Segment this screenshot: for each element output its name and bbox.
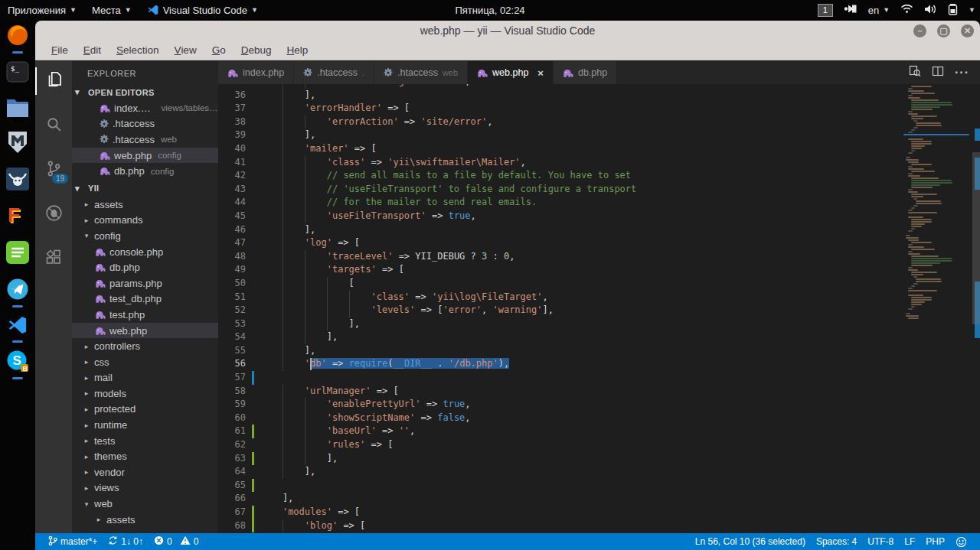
code-line-50[interactable]: 50 [ bbox=[218, 277, 980, 291]
code-line-67[interactable]: 67 'modules' => [ bbox=[218, 506, 980, 519]
tree-item-themes[interactable]: ▸themes bbox=[72, 448, 218, 464]
code-line-58[interactable]: 58 'urlManager' => [ bbox=[218, 385, 980, 399]
code-line-60[interactable]: 60 'showScriptName' => false, bbox=[218, 412, 980, 425]
code-line-47[interactable]: 47 'log' => [ bbox=[218, 236, 980, 250]
close-tab-icon[interactable]: × bbox=[537, 67, 544, 79]
code-line-59[interactable]: 59 'enablePrettyUrl' => true, bbox=[218, 398, 980, 412]
code-line-40[interactable]: 40 'mailer' => [ bbox=[218, 142, 980, 156]
feedback-smiley-icon[interactable] bbox=[950, 536, 972, 548]
code-line-63[interactable]: 63 ], bbox=[218, 452, 980, 466]
menu-help[interactable]: Help bbox=[279, 42, 315, 58]
tree-item-config[interactable]: ▾config bbox=[72, 228, 218, 244]
tab-web.php[interactable]: web.php× bbox=[468, 61, 554, 84]
dock-item-file-manager[interactable] bbox=[4, 97, 31, 124]
activity-source-control[interactable]: 19 bbox=[35, 156, 72, 184]
cursor-position[interactable]: Ln 56, Col 10 (36 selected) bbox=[690, 536, 811, 547]
maximize-button[interactable]: ▢ bbox=[937, 24, 950, 37]
places-menu[interactable]: Места▼ bbox=[84, 0, 139, 20]
code-line-57[interactable]: 57 bbox=[218, 371, 980, 385]
clock[interactable]: Пятница, 02:24 bbox=[455, 5, 524, 16]
encoding-setting[interactable]: UTF-8 bbox=[862, 536, 899, 547]
tree-item-assets[interactable]: ▸assets bbox=[72, 512, 218, 528]
tree-item-models[interactable]: ▸models bbox=[72, 386, 218, 402]
more-actions-icon[interactable]: ··· bbox=[955, 66, 969, 80]
code-line-64[interactable]: 64 ], bbox=[218, 465, 980, 479]
dock-item-metasploit[interactable] bbox=[4, 131, 31, 161]
tree-item-controllers[interactable]: ▸controllers bbox=[72, 338, 218, 354]
dock-item-flameshot[interactable]: FF bbox=[4, 204, 31, 234]
tree-item-mail[interactable]: ▸mail bbox=[72, 370, 218, 386]
activity-explorer[interactable] bbox=[35, 67, 72, 95]
code-line-68[interactable]: 68 'blog' => [ bbox=[218, 519, 980, 533]
system-menu-chevron-icon[interactable]: ▼ bbox=[969, 6, 975, 14]
keyboard-layout[interactable]: en▼ bbox=[868, 0, 890, 20]
tree-item-vendor[interactable]: ▸vendor bbox=[72, 464, 218, 480]
code-line-62[interactable]: 62 'rules' => [ bbox=[218, 438, 980, 452]
code-line-42[interactable]: 42 // send all mails to a file by defaul… bbox=[218, 169, 980, 183]
code-line-66[interactable]: 66 ], bbox=[218, 492, 980, 506]
code-line-39[interactable]: 39 ], bbox=[218, 129, 980, 142]
code-line-51[interactable]: 51 'class' => 'yii\log\FileTarget', bbox=[218, 291, 980, 304]
tree-item-params.php[interactable]: params.php bbox=[72, 275, 218, 291]
open-changes-icon[interactable] bbox=[909, 65, 921, 80]
code-line-65[interactable]: 65 bbox=[218, 479, 980, 493]
code-line-44[interactable]: 44 // for the mailer to send real emails… bbox=[218, 196, 980, 210]
code-line-55[interactable]: 55 ], bbox=[218, 344, 980, 358]
tab-.htaccess-web[interactable]: .htaccessweb bbox=[374, 61, 468, 84]
tree-item-test_db.php[interactable]: test_db.php bbox=[72, 291, 218, 308]
language-mode[interactable]: PHP bbox=[920, 536, 950, 547]
tree-item-runtime[interactable]: ▸runtime bbox=[72, 417, 218, 433]
battery-icon[interactable] bbox=[948, 3, 958, 18]
dock-item-firefox[interactable] bbox=[4, 24, 31, 54]
tree-item-web.php[interactable]: web.php bbox=[72, 323, 218, 339]
code-line-56[interactable]: 56 'db' => require(__DIR__ . '/db.php'), bbox=[218, 357, 980, 371]
close-button[interactable]: ✕ bbox=[961, 24, 974, 37]
dock-item-vscode[interactable] bbox=[4, 314, 31, 343]
tree-item-protected[interactable]: ▸protected bbox=[72, 402, 218, 418]
wifi-icon[interactable] bbox=[900, 4, 913, 16]
tree-item-css[interactable]: ▸css bbox=[72, 354, 218, 370]
tree-item-commands[interactable]: ▸commands bbox=[72, 213, 218, 229]
split-editor-icon[interactable] bbox=[932, 65, 944, 80]
tree-item-tests[interactable]: ▸tests bbox=[72, 433, 218, 449]
applications-menu[interactable]: Приложения▼ bbox=[0, 0, 84, 20]
tab-.htaccess-.[interactable]: .htaccess. bbox=[294, 61, 374, 84]
open-editor-index.php[interactable]: index.phpviews/tables-tbl bbox=[72, 100, 218, 116]
indentation-setting[interactable]: Spaces: 4 bbox=[811, 536, 862, 547]
open-editors-header[interactable]: ▾ OPEN EDITORS bbox=[72, 84, 218, 100]
code-line-53[interactable]: 53 ], bbox=[218, 317, 980, 331]
eol-setting[interactable]: LF bbox=[899, 536, 920, 547]
tree-item-assets[interactable]: ▸assets bbox=[72, 197, 218, 213]
minimize-button[interactable]: – bbox=[913, 24, 926, 37]
open-editor-web.php[interactable]: web.phpconfig bbox=[72, 148, 218, 164]
problems-status[interactable]: 0 0 bbox=[149, 533, 204, 550]
menu-view[interactable]: View bbox=[168, 42, 204, 58]
dock-item-skype[interactable]: SB bbox=[4, 350, 31, 379]
code-line-43[interactable]: 43 // 'useFileTransport' to false and co… bbox=[218, 183, 980, 197]
dock-item-cherrytree[interactable] bbox=[4, 241, 31, 271]
editor-scrollbar[interactable] bbox=[972, 152, 980, 324]
activity-search[interactable] bbox=[35, 112, 72, 139]
code-line-52[interactable]: 52 'levels' => ['error', 'warning'], bbox=[218, 304, 980, 317]
window-titlebar[interactable]: web.php — yii — Visual Studio Code – ▢ ✕ bbox=[35, 21, 980, 41]
git-branch-status[interactable]: master*+ bbox=[43, 533, 103, 550]
open-editor-.htaccess[interactable]: .htaccess bbox=[72, 116, 218, 132]
dock-item-terminal[interactable]: $_ bbox=[4, 60, 31, 90]
open-editor-.htaccess[interactable]: .htaccessweb bbox=[72, 132, 218, 148]
screen-recorder-icon[interactable] bbox=[844, 4, 858, 16]
workspace-indicator[interactable]: 1 bbox=[818, 4, 833, 17]
activity-debug[interactable] bbox=[35, 200, 72, 228]
tree-item-web[interactable]: ▾web bbox=[72, 496, 218, 512]
code-line-61[interactable]: 61 'baseUrl' => '', bbox=[218, 425, 980, 438]
tab-db.php[interactable]: db.php bbox=[554, 61, 617, 84]
tree-item-console.php[interactable]: console.php bbox=[72, 244, 218, 260]
tree-item-css[interactable]: ▸css bbox=[72, 527, 218, 533]
code-line-49[interactable]: 49 'targets' => [ bbox=[218, 263, 980, 277]
menu-selection[interactable]: Selection bbox=[109, 42, 166, 58]
active-app-menu[interactable]: Visual Studio Code▼ bbox=[139, 0, 266, 20]
git-sync-status[interactable]: 1↓ 0↑ bbox=[103, 533, 149, 550]
code-line-46[interactable]: 46 ], bbox=[218, 223, 980, 237]
menu-debug[interactable]: Debug bbox=[234, 42, 279, 58]
code-line-37[interactable]: 37 'errorHandler' => [ bbox=[218, 102, 980, 116]
menu-file[interactable]: File bbox=[44, 42, 75, 58]
